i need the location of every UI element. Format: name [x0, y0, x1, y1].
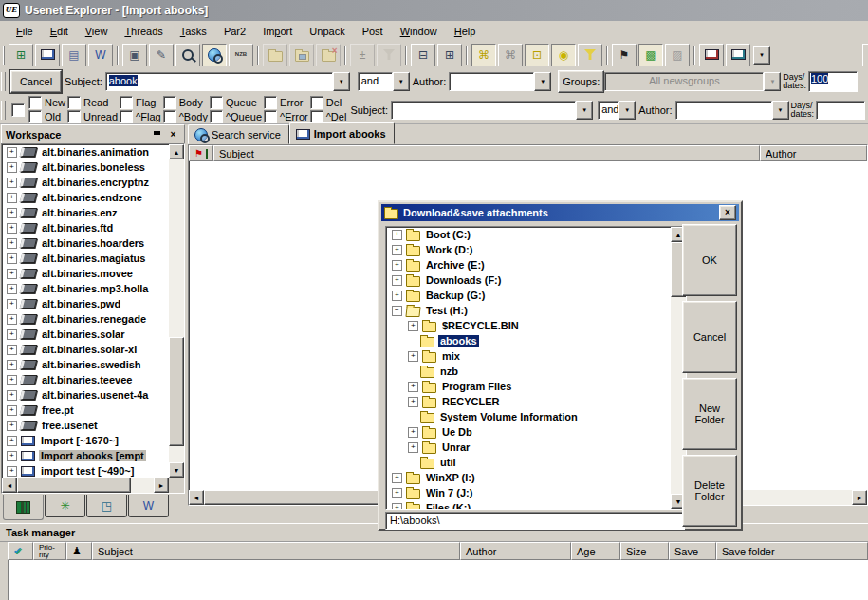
menu-file[interactable]: File [8, 24, 42, 39]
expander-icon[interactable]: + [392, 291, 402, 301]
age-column-header[interactable]: Age [571, 542, 620, 560]
workspace-tree-item[interactable]: +alt.binaries.animation [2, 144, 184, 159]
workspace-tree-item[interactable]: +Import [~1670~] [2, 433, 184, 448]
folder-tree-item[interactable]: nzb [386, 364, 686, 379]
folder-tree-item[interactable]: +Work (D:) [386, 242, 686, 257]
scroll-down-icon[interactable]: ▼ [169, 462, 184, 478]
expander-icon[interactable]: + [408, 442, 418, 453]
edit-filter-button[interactable]: ✎ [862, 44, 868, 66]
folder-tree-item[interactable]: +Program Files [386, 379, 686, 394]
folder-tree-item[interactable]: +Files (K:) [386, 500, 686, 510]
expander-icon[interactable]: + [7, 178, 17, 188]
workspace-tree-item[interactable]: +free.usenet [2, 418, 184, 433]
groups-button[interactable]: Groups: [558, 70, 604, 93]
horizontal-scrollbar[interactable]: ◄ ► [2, 478, 169, 493]
tab-import-abooks[interactable]: Import abooks [289, 122, 395, 144]
flag-button[interactable]: ⚑ [612, 44, 637, 66]
workspace-tree-item[interactable]: +free.pt [2, 403, 184, 418]
expander-icon[interactable]: + [392, 230, 402, 240]
expander-icon[interactable]: + [392, 473, 402, 483]
workspace-tree-item[interactable]: +alt.binaries.mp3.holla [2, 281, 184, 296]
workspace-tree-item[interactable]: +alt.binaries.solar [2, 327, 184, 342]
menu-import[interactable]: Import [254, 24, 301, 39]
scroll-right-icon[interactable]: ► [154, 478, 169, 493]
menu-tasks[interactable]: Tasks [172, 24, 215, 39]
web-tab[interactable]: W [128, 495, 169, 517]
search-tab[interactable]: ✳ [45, 495, 85, 517]
expander-icon[interactable]: + [7, 162, 17, 173]
expand-collapse-button[interactable]: ± [350, 44, 375, 66]
chevron-down-icon[interactable]: ▼ [576, 101, 593, 120]
folder-tree-item[interactable]: +Backup (G:) [386, 288, 686, 303]
workspace-tree-item[interactable]: +alt.binaries.teevee [2, 372, 184, 387]
tasks-tab[interactable]: ◳ [86, 495, 127, 517]
checkbox-unread[interactable] [67, 110, 81, 123]
master-checkbox[interactable] [11, 103, 25, 117]
workspace-tree-item[interactable]: +alt.binaries.renegade [2, 311, 184, 327]
checkbox-queue[interactable] [210, 96, 223, 109]
expander-icon[interactable]: + [7, 193, 17, 203]
workspace-tree-item[interactable]: +alt.binaries.movee [2, 266, 184, 281]
expander-icon[interactable]: + [7, 345, 17, 355]
stack-toggle-button[interactable]: ⊡ [525, 44, 549, 66]
workspace-tree-item[interactable]: +alt.binaries.hoarders [2, 235, 184, 251]
checkbox-old[interactable] [28, 110, 42, 123]
menu-window[interactable]: Window [392, 24, 446, 39]
checkbox-read[interactable] [67, 96, 81, 109]
nzb-search-button[interactable]: NZB [229, 44, 253, 66]
expander-icon[interactable]: + [7, 421, 17, 431]
scrollbar-thumb[interactable] [17, 478, 131, 493]
show-new-button[interactable]: ▩ [638, 44, 663, 66]
folder-tree-item[interactable]: System Volume Information [386, 409, 686, 424]
cancel-button[interactable]: Cancel [682, 301, 737, 373]
expand-threads-button[interactable]: ⊞ [437, 44, 462, 66]
tab-search-service[interactable]: Search service [188, 124, 289, 144]
flag-column-header[interactable]: ⚑ [189, 145, 213, 161]
author-combo[interactable]: ▼ [449, 72, 551, 91]
expander-icon[interactable]: + [392, 260, 402, 271]
expander-icon[interactable]: + [7, 360, 17, 370]
close-icon[interactable]: × [719, 205, 736, 220]
folder-tree-item[interactable]: +Ue Db [386, 424, 686, 440]
news-servers-button[interactable]: ⊞ [9, 44, 33, 66]
expander-icon[interactable]: − [392, 306, 402, 316]
newsgroups-tab[interactable] [3, 495, 44, 520]
toolbar-grip[interactable] [3, 46, 5, 65]
menu-view[interactable]: View [77, 24, 117, 39]
web-service-button[interactable]: W [88, 44, 113, 66]
folder-tree-item[interactable]: +Downloads (F:) [386, 272, 686, 288]
folder-tree-item[interactable]: +WinXP (I:) [386, 470, 686, 485]
menu-unpack[interactable]: Unpack [301, 24, 353, 39]
workspace-tree-item[interactable]: +alt.binaries.solar-xl [2, 342, 184, 357]
folder-tree-item[interactable]: +Unrar [386, 440, 686, 455]
expander-icon[interactable]: + [7, 269, 17, 279]
folder-tree-item[interactable]: +Win 7 (J:) [386, 485, 686, 500]
expander-icon[interactable]: + [7, 299, 17, 309]
folder-tree-item[interactable]: +Archive (E:) [386, 257, 686, 272]
menu-par2[interactable]: Par2 [215, 24, 254, 39]
folder-tree-item[interactable]: abooks [386, 333, 686, 348]
days-field[interactable]: 100 [808, 71, 858, 92]
checkbox-body[interactable] [163, 96, 176, 109]
menu-help[interactable]: Help [446, 24, 485, 39]
workspace-tree-item[interactable]: +alt.binaries.enz [2, 205, 184, 220]
expander-icon[interactable]: + [408, 397, 418, 407]
open-newsgroup-button[interactable] [35, 44, 60, 66]
scroll-up-icon[interactable]: ▲ [169, 144, 184, 159]
checkbox-not-body[interactable] [163, 110, 176, 123]
expander-icon[interactable]: + [392, 488, 402, 498]
ok-button[interactable]: OK [682, 224, 737, 296]
highlight-toggle-button[interactable]: ◉ [551, 44, 576, 66]
expander-icon[interactable]: + [392, 503, 402, 511]
scroll-left-icon[interactable]: ◄ [2, 478, 17, 493]
collapse-threads-button[interactable]: ⊟ [411, 44, 435, 66]
search-articles-button[interactable] [175, 44, 200, 66]
author-column-header[interactable]: Author [760, 145, 867, 161]
chevron-down-icon[interactable]: ▼ [393, 72, 410, 91]
vertical-scrollbar[interactable]: ▲ ▼ [169, 144, 184, 478]
folder-tree-item[interactable]: +RECYCLER [386, 394, 686, 409]
workspace-tree-item[interactable]: +alt.binaries.swedish [2, 357, 184, 372]
chevron-down-icon[interactable]: ▼ [534, 72, 551, 91]
size-column-header[interactable]: Size [620, 542, 669, 560]
expander-icon[interactable]: + [7, 436, 17, 446]
